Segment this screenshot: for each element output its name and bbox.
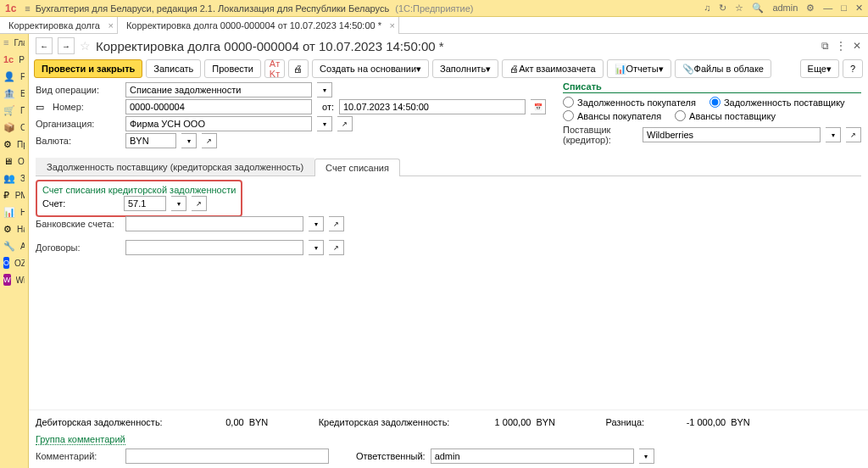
sidebar-item-rmk[interactable]: ₽РМК	[0, 187, 28, 203]
manager-icon: 👤	[3, 71, 15, 82]
tax-icon: 📊	[3, 207, 15, 218]
org-input[interactable]	[125, 116, 312, 131]
menu-dots-icon[interactable]: ⋮	[836, 40, 846, 52]
main-icon: ≡	[3, 37, 8, 47]
admin-icon: 🔧	[3, 241, 15, 252]
sidebar-item-assets[interactable]: 🖥ОС и НМА	[0, 153, 28, 170]
account-input[interactable]	[124, 196, 166, 211]
create-basis-button[interactable]: Создать на основании ▾	[312, 59, 429, 78]
sidebar-item-bank[interactable]: 🏦Банк и касса	[0, 85, 28, 102]
settings-icon[interactable]: ⚙	[806, 3, 815, 14]
tab-document[interactable]: Корректировка долга 0000-000004 от 10.07…	[118, 17, 399, 34]
open-new-window-icon[interactable]: ⧉	[821, 40, 829, 52]
close-icon[interactable]: ✕	[855, 3, 863, 14]
more-button[interactable]: Еще ▾	[800, 59, 839, 78]
close-icon[interactable]: ×	[390, 20, 395, 31]
currency: BYN	[536, 417, 561, 427]
write-button[interactable]: Записать	[146, 59, 201, 78]
fill-button[interactable]: Заполнить ▾	[432, 59, 498, 78]
dtkt-button[interactable]: AтKт	[264, 59, 285, 78]
poby-icon: 1c	[3, 54, 14, 64]
nav-forward-button[interactable]: →	[58, 37, 75, 54]
open-icon[interactable]: ↗	[329, 216, 344, 231]
op-type-input[interactable]	[125, 82, 312, 98]
close-doc-icon[interactable]: ✕	[853, 40, 861, 52]
document-title: Корректировка долга 0000-000004 от 10.07…	[96, 39, 444, 53]
salary-icon: 👥	[3, 173, 15, 184]
reports-button[interactable]: 📊 Отчеты ▾	[607, 59, 671, 78]
dropdown-icon[interactable]: ▾	[826, 127, 841, 142]
bell-icon[interactable]: ♫	[704, 3, 710, 14]
open-icon[interactable]: ↗	[337, 116, 353, 131]
open-icon[interactable]: ↗	[329, 240, 344, 255]
tab-list[interactable]: Корректировка долга×	[0, 17, 118, 34]
dropdown-icon[interactable]: ▾	[181, 133, 197, 148]
close-icon[interactable]: ×	[108, 20, 113, 31]
search-icon[interactable]: 🔍	[752, 3, 764, 14]
group-comment-link[interactable]: Группа комментарий	[36, 434, 125, 445]
assets-icon: 🖥	[3, 156, 13, 166]
favorite-icon[interactable]: ☆	[80, 39, 91, 53]
dropdown-icon[interactable]: ▾	[317, 82, 332, 98]
menu-icon[interactable]: ≡	[25, 3, 30, 14]
number-input[interactable]	[125, 99, 312, 114]
act-button[interactable]: 🖨 Акт взаимозачета	[502, 59, 603, 78]
radio-buyer-debt[interactable]: Задолженность покупателя	[563, 97, 696, 108]
sidebar-item-settings[interactable]: ⚙Настройки учета	[0, 220, 28, 237]
currency-input[interactable]	[125, 133, 176, 148]
bank-input[interactable]	[125, 216, 303, 231]
logo-1c: 1c	[5, 3, 16, 14]
sidebar-item-wildberries[interactable]: WWildberries	[0, 271, 28, 288]
files-button[interactable]: 📎 Файлы в облаке	[675, 59, 771, 78]
open-icon[interactable]: ↗	[192, 196, 207, 211]
star-icon[interactable]: ☆	[735, 3, 743, 14]
help-button[interactable]: ?	[843, 59, 863, 78]
sidebar-item-warehouse[interactable]: 📦Склад	[0, 119, 28, 136]
debit-value: 0,00	[168, 417, 244, 427]
print-button[interactable]: 🖨	[288, 59, 309, 78]
bank-label: Банковские счета:	[36, 219, 120, 229]
debit-label: Дебиторская задолженность:	[36, 417, 163, 427]
radio-supplier-debt[interactable]: Задолженность поставщику	[709, 97, 845, 108]
credit-label: Кредиторская задолженность:	[319, 417, 450, 427]
open-icon[interactable]: ↗	[202, 133, 217, 148]
contracts-label: Договоры:	[36, 242, 120, 253]
dropdown-icon[interactable]: ▾	[309, 216, 324, 231]
diff-value: -1 000,00	[649, 417, 726, 427]
radio-supplier-advance[interactable]: Авансы поставщику	[675, 110, 776, 121]
post-and-close-button[interactable]: Провести и закрыть	[34, 59, 142, 78]
tab-debt[interactable]: Задолженность поставщику (кредиторская з…	[36, 158, 314, 176]
contracts-input[interactable]	[125, 240, 303, 255]
tab-writeoff-account[interactable]: Счет списания	[314, 159, 400, 176]
sidebar-item-sales[interactable]: 🛒Покупки и продажи	[0, 102, 28, 119]
responsible-input[interactable]	[431, 448, 634, 464]
open-icon[interactable]: ↗	[846, 127, 861, 142]
sidebar-item-admin[interactable]: 🔧Администрирование	[0, 237, 28, 254]
sidebar-item-poby[interactable]: 1cPO.BY	[0, 51, 28, 68]
date-input[interactable]	[339, 99, 526, 114]
user-label[interactable]: admin	[772, 3, 798, 14]
diff-label: Разница:	[605, 417, 644, 427]
navigation-sidebar: ≡Главное 1cPO.BY 👤Руководителю 🏦Банк и к…	[0, 34, 29, 468]
account-legend: Счет списания кредиторской задолженности	[42, 185, 236, 195]
sidebar-item-manager[interactable]: 👤Руководителю	[0, 68, 28, 85]
sidebar-item-production[interactable]: ⚙Производство	[0, 136, 28, 153]
sidebar-item-ozon[interactable]: OOZON	[0, 254, 28, 271]
calendar-icon[interactable]: 📅	[531, 99, 546, 114]
dropdown-icon[interactable]: ▾	[639, 448, 654, 464]
radio-buyer-advance[interactable]: Авансы покупателя	[563, 110, 661, 121]
sales-icon: 🛒	[3, 105, 15, 116]
comment-input[interactable]	[125, 448, 329, 464]
sidebar-item-tax[interactable]: 📊Налоги и отчетность	[0, 203, 28, 220]
maximize-icon[interactable]: □	[841, 3, 847, 14]
sidebar-item-main[interactable]: ≡Главное	[0, 34, 28, 51]
post-button[interactable]: Провести	[204, 59, 261, 78]
dropdown-icon[interactable]: ▾	[317, 116, 332, 131]
sidebar-item-salary[interactable]: 👥Зарплата и кадры	[0, 170, 28, 187]
dropdown-icon[interactable]: ▾	[171, 196, 186, 211]
dropdown-icon[interactable]: ▾	[309, 240, 324, 255]
history-icon[interactable]: ↻	[719, 3, 726, 14]
supplier-input[interactable]	[643, 127, 821, 142]
minimize-icon[interactable]: —	[823, 3, 832, 14]
nav-back-button[interactable]: ←	[36, 37, 53, 54]
